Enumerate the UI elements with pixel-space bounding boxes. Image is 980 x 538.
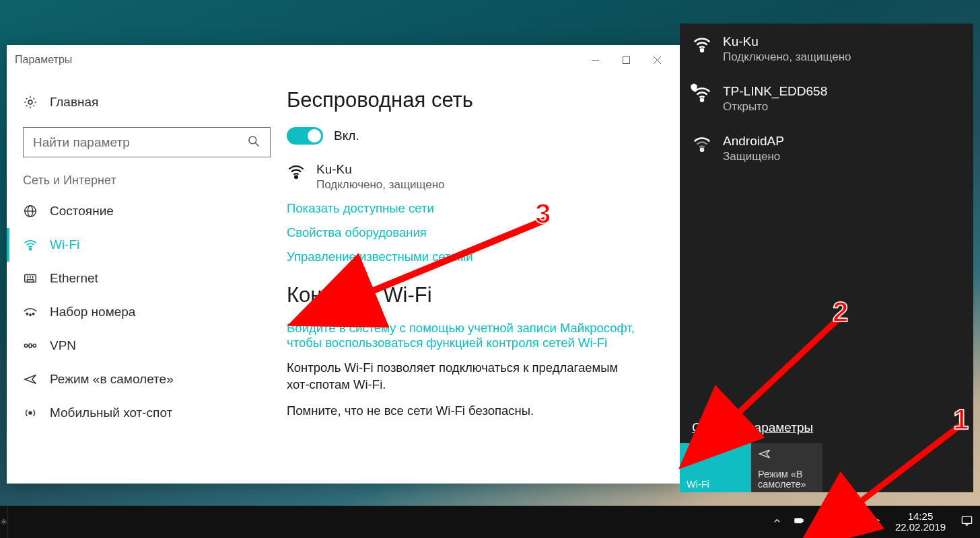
annotation-number: 1 — [953, 404, 969, 436]
svg-point-4 — [28, 100, 32, 104]
tray-wifi-icon[interactable] — [816, 514, 829, 529]
ethernet-icon — [23, 271, 38, 286]
tray-time: 14:25 — [895, 511, 946, 523]
link-hw-props[interactable]: Свойства оборудования — [287, 225, 660, 240]
tile-wifi[interactable]: Wi-Fi — [680, 443, 751, 492]
svg-point-16 — [26, 313, 28, 315]
sidebar-item-hotspot[interactable]: Мобильный хот-спот — [7, 396, 287, 430]
sidebar-item-label: Мобильный хот-спот — [50, 406, 172, 420]
settings-window: Параметры Главная — [7, 45, 680, 484]
svg-rect-30 — [802, 520, 803, 522]
sidebar-item-label: Состояние — [50, 204, 114, 219]
svg-point-28 — [3, 521, 5, 523]
sidebar-item-airplane[interactable]: Режим «в самолете» — [7, 362, 287, 396]
tray-date: 22.02.2019 — [895, 522, 946, 533]
settings-content: Беспроводная сеть Вкл. Ku-Ku Подключено,… — [287, 75, 680, 484]
tray-language[interactable]: РУС — [860, 516, 880, 528]
svg-point-22 — [29, 412, 32, 414]
window-title: Параметры — [15, 54, 72, 66]
desktop: Параметры Главная — [0, 0, 980, 538]
wifi-toggle-label: Вкл. — [334, 128, 359, 143]
tray-battery-icon[interactable] — [792, 516, 806, 528]
flyout-settings-link[interactable]: Сетевые параметры — [692, 420, 813, 435]
tray-action-center-icon[interactable] — [960, 514, 973, 529]
connected-network-status: Подключено, защищено — [316, 178, 445, 192]
sidebar-item-wifi[interactable]: Wi-Fi — [7, 228, 287, 262]
tile-airplane-label: Режим «В самолете» — [758, 469, 816, 490]
flyout-network-item[interactable]: TP-LINK_EDD658 Открыто — [680, 73, 973, 123]
search-input[interactable] — [33, 135, 247, 150]
settings-sidebar: Главная Сеть и Интернет Состояние — [7, 75, 287, 484]
svg-line-6 — [256, 143, 259, 146]
sidebar-category: Сеть и Интернет — [7, 169, 287, 194]
close-button[interactable] — [641, 50, 672, 70]
svg-point-17 — [30, 314, 31, 315]
svg-point-5 — [249, 136, 256, 143]
heading-wireless: Беспроводная сеть — [287, 88, 660, 112]
annotation-number: 2 — [833, 296, 848, 328]
text-remember: Помните, что не все сети Wi-Fi безопасны… — [287, 403, 643, 420]
connected-network[interactable]: Ku-Ku Подключено, защищено — [287, 162, 660, 192]
wifi-icon — [23, 237, 38, 252]
tray-clock[interactable]: 14:25 22.02.2019 — [890, 511, 951, 533]
sidebar-item-ethernet[interactable]: Ethernet — [7, 262, 287, 295]
sidebar-item-label: Ethernet — [50, 271, 98, 286]
svg-point-10 — [30, 248, 32, 250]
svg-point-25 — [701, 99, 703, 102]
sidebar-item-status[interactable]: Состояние — [7, 194, 287, 228]
svg-point-26 — [701, 149, 703, 151]
minimize-button[interactable] — [580, 50, 610, 70]
maximize-button[interactable] — [610, 50, 641, 70]
wifi-toggle[interactable] — [287, 127, 323, 145]
flyout-network-item[interactable]: Ku-Ku Подключено, защищено — [680, 24, 973, 73]
svg-point-19 — [24, 344, 27, 347]
link-signin-microsoft[interactable]: Войдите в систему с помощью учетной запи… — [287, 321, 643, 350]
gear-icon — [23, 95, 38, 110]
svg-rect-1 — [623, 56, 629, 63]
network-flyout: Ku-Ku Подключено, защищено TP-LINK_EDD65… — [680, 24, 973, 492]
svg-point-18 — [32, 313, 34, 315]
svg-point-32 — [821, 524, 823, 525]
sidebar-item-dialup[interactable]: Набор номера — [7, 295, 287, 329]
wifi-icon — [692, 34, 712, 54]
wifi-open-icon — [692, 84, 712, 104]
svg-point-27 — [693, 457, 695, 459]
link-manage-known[interactable]: Управление известными сетями — [287, 249, 660, 264]
window-titlebar[interactable]: Параметры — [7, 45, 680, 75]
airplane-icon — [758, 447, 816, 463]
sidebar-item-vpn[interactable]: VPN — [7, 329, 287, 362]
tray-chevron-up-icon[interactable] — [772, 516, 782, 528]
wifi-icon — [687, 447, 744, 463]
text-hotspot-info: Контроль Wi-Fi позволяет подключаться к … — [287, 360, 643, 393]
flyout-network-status: Открыто — [723, 100, 827, 114]
flyout-tiles: Wi-Fi Режим «В самолете» — [680, 443, 823, 492]
search-input-wrap[interactable] — [23, 127, 271, 157]
sidebar-item-label: Режим «в самолете» — [50, 372, 174, 387]
sidebar-home-label: Главная — [50, 95, 98, 110]
globe-icon — [23, 204, 38, 219]
link-show-available[interactable]: Показать доступные сети — [287, 201, 660, 216]
flyout-network-item[interactable]: AndroidAP Защищено — [680, 123, 973, 173]
vpn-icon — [23, 338, 38, 353]
svg-rect-33 — [962, 516, 971, 523]
tray-volume-icon[interactable] — [838, 514, 851, 529]
sidebar-home[interactable]: Главная — [7, 85, 287, 119]
heading-wifi-control: Контроль Wi-Fi — [287, 283, 660, 307]
search-icon — [247, 134, 260, 151]
tile-airplane[interactable]: Режим «В самолете» — [751, 443, 823, 492]
sidebar-item-label: Wi-Fi — [50, 237, 79, 252]
flyout-network-status: Защищено — [723, 150, 784, 163]
taskbar-edge[interactable] — [0, 506, 8, 538]
hotspot-icon — [23, 406, 38, 420]
taskbar[interactable]: РУС 14:25 22.02.2019 — [0, 506, 980, 538]
svg-point-23 — [295, 176, 298, 178]
flyout-network-name: TP-LINK_EDD658 — [723, 84, 827, 99]
sidebar-item-label: Набор номера — [50, 305, 135, 319]
svg-point-20 — [33, 344, 36, 347]
wifi-icon — [287, 162, 306, 184]
svg-rect-31 — [796, 519, 802, 523]
flyout-network-status: Подключено, защищено — [723, 50, 851, 64]
dialup-icon — [23, 305, 38, 319]
annotation-number: 3 — [535, 198, 551, 230]
airplane-icon — [23, 372, 38, 387]
